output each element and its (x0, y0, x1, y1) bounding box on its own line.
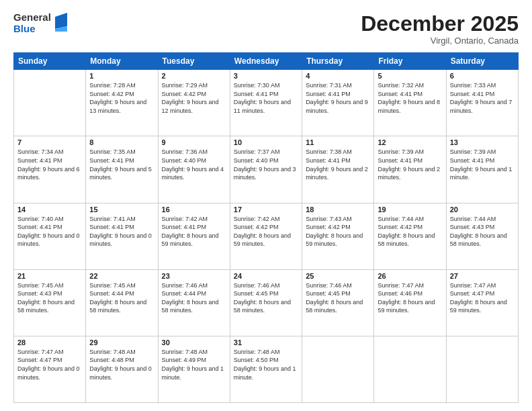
day-number: 6 (450, 72, 515, 80)
day-cell: 19Sunrise: 7:44 AMSunset: 4:42 PMDayligh… (374, 203, 446, 269)
header-row: SundayMondayTuesdayWednesdayThursdayFrid… (14, 53, 519, 70)
day-cell: 25Sunrise: 7:46 AMSunset: 4:45 PMDayligh… (302, 269, 374, 336)
title-block: December 2025 Virgil, Ontario, Canada (361, 12, 519, 46)
day-number: 18 (306, 205, 370, 214)
day-cell: 28Sunrise: 7:47 AMSunset: 4:47 PMDayligh… (14, 336, 86, 402)
logo-general: General (13, 12, 51, 24)
day-cell: 31Sunrise: 7:48 AMSunset: 4:50 PMDayligh… (230, 336, 302, 402)
day-cell: 7Sunrise: 7:34 AMSunset: 4:41 PMDaylight… (14, 136, 86, 203)
day-info: Sunrise: 7:34 AMSunset: 4:41 PMDaylight:… (17, 148, 82, 181)
day-cell: 4Sunrise: 7:31 AMSunset: 4:41 PMDaylight… (302, 70, 374, 136)
day-number: 13 (450, 138, 515, 146)
day-number: 4 (306, 72, 370, 80)
month-title: December 2025 (361, 12, 519, 36)
day-number: 30 (162, 338, 226, 347)
day-info: Sunrise: 7:29 AMSunset: 4:42 PMDaylight:… (162, 81, 226, 115)
day-info: Sunrise: 7:45 AMSunset: 4:44 PMDaylight:… (89, 281, 154, 315)
day-number: 22 (89, 272, 154, 280)
svg-marker-0 (55, 13, 67, 29)
day-info: Sunrise: 7:40 AMSunset: 4:41 PMDaylight:… (17, 215, 82, 248)
day-number: 11 (306, 138, 370, 146)
day-info: Sunrise: 7:28 AMSunset: 4:42 PMDaylight:… (89, 81, 154, 115)
day-number: 20 (450, 205, 515, 214)
day-info: Sunrise: 7:44 AMSunset: 4:43 PMDaylight:… (450, 215, 515, 248)
day-cell: 2Sunrise: 7:29 AMSunset: 4:42 PMDaylight… (158, 70, 230, 136)
day-cell (14, 70, 86, 136)
day-cell: 18Sunrise: 7:43 AMSunset: 4:42 PMDayligh… (302, 203, 374, 269)
day-cell: 10Sunrise: 7:37 AMSunset: 4:40 PMDayligh… (230, 136, 302, 203)
day-cell: 21Sunrise: 7:45 AMSunset: 4:43 PMDayligh… (14, 269, 86, 336)
header: General Blue December 2025 Virgil, Ontar… (13, 12, 519, 46)
day-info: Sunrise: 7:33 AMSunset: 4:41 PMDaylight:… (450, 81, 515, 115)
day-cell: 1Sunrise: 7:28 AMSunset: 4:42 PMDaylight… (86, 70, 158, 136)
day-number: 3 (234, 72, 298, 80)
day-cell: 3Sunrise: 7:30 AMSunset: 4:41 PMDaylight… (230, 70, 302, 136)
column-header-tuesday: Tuesday (158, 53, 230, 70)
day-number: 25 (306, 272, 370, 280)
day-number: 27 (450, 272, 515, 280)
day-number: 23 (162, 272, 226, 280)
day-info: Sunrise: 7:46 AMSunset: 4:45 PMDaylight:… (306, 281, 370, 315)
day-info: Sunrise: 7:41 AMSunset: 4:41 PMDaylight:… (89, 215, 154, 248)
day-cell (302, 336, 374, 402)
day-cell: 12Sunrise: 7:39 AMSunset: 4:41 PMDayligh… (374, 136, 446, 203)
week-row-1: 1Sunrise: 7:28 AMSunset: 4:42 PMDaylight… (14, 70, 519, 136)
day-number: 29 (89, 338, 154, 347)
logo-icon (52, 13, 67, 34)
day-number: 10 (234, 138, 298, 146)
day-cell: 9Sunrise: 7:36 AMSunset: 4:40 PMDaylight… (158, 136, 230, 203)
day-info: Sunrise: 7:44 AMSunset: 4:42 PMDaylight:… (378, 215, 442, 248)
logo: General Blue (13, 12, 67, 34)
day-cell: 6Sunrise: 7:33 AMSunset: 4:41 PMDaylight… (446, 70, 518, 136)
day-cell: 13Sunrise: 7:39 AMSunset: 4:41 PMDayligh… (446, 136, 518, 203)
day-cell: 26Sunrise: 7:47 AMSunset: 4:46 PMDayligh… (374, 269, 446, 336)
logo-blue: Blue (13, 24, 51, 35)
day-number: 19 (378, 205, 442, 214)
day-info: Sunrise: 7:35 AMSunset: 4:41 PMDaylight:… (89, 148, 154, 181)
day-number: 5 (378, 72, 442, 80)
day-info: Sunrise: 7:37 AMSunset: 4:40 PMDaylight:… (234, 148, 298, 181)
day-info: Sunrise: 7:46 AMSunset: 4:44 PMDaylight:… (162, 281, 226, 315)
day-info: Sunrise: 7:39 AMSunset: 4:41 PMDaylight:… (450, 148, 515, 181)
day-info: Sunrise: 7:47 AMSunset: 4:47 PMDaylight:… (450, 281, 515, 315)
day-cell: 5Sunrise: 7:32 AMSunset: 4:41 PMDaylight… (374, 70, 446, 136)
day-number: 15 (89, 205, 154, 214)
day-number: 12 (378, 138, 442, 146)
calendar-table: SundayMondayTuesdayWednesdayThursdayFrid… (13, 52, 519, 403)
column-header-wednesday: Wednesday (230, 53, 302, 70)
day-info: Sunrise: 7:43 AMSunset: 4:42 PMDaylight:… (306, 215, 370, 248)
day-number: 9 (162, 138, 226, 146)
day-cell: 23Sunrise: 7:46 AMSunset: 4:44 PMDayligh… (158, 269, 230, 336)
day-info: Sunrise: 7:30 AMSunset: 4:41 PMDaylight:… (234, 81, 298, 115)
column-header-sunday: Sunday (14, 53, 86, 70)
day-info: Sunrise: 7:39 AMSunset: 4:41 PMDaylight:… (378, 148, 442, 181)
day-info: Sunrise: 7:46 AMSunset: 4:45 PMDaylight:… (234, 281, 298, 315)
day-number: 28 (17, 338, 82, 347)
day-info: Sunrise: 7:48 AMSunset: 4:49 PMDaylight:… (162, 348, 226, 381)
day-number: 7 (17, 138, 82, 146)
day-cell: 24Sunrise: 7:46 AMSunset: 4:45 PMDayligh… (230, 269, 302, 336)
day-cell: 11Sunrise: 7:38 AMSunset: 4:41 PMDayligh… (302, 136, 374, 203)
day-number: 16 (162, 205, 226, 214)
week-row-2: 7Sunrise: 7:34 AMSunset: 4:41 PMDaylight… (14, 136, 519, 203)
day-info: Sunrise: 7:47 AMSunset: 4:46 PMDaylight:… (378, 281, 442, 315)
day-cell: 20Sunrise: 7:44 AMSunset: 4:43 PMDayligh… (446, 203, 518, 269)
day-cell: 22Sunrise: 7:45 AMSunset: 4:44 PMDayligh… (86, 269, 158, 336)
day-info: Sunrise: 7:48 AMSunset: 4:48 PMDaylight:… (89, 348, 154, 381)
day-number: 21 (17, 272, 82, 280)
day-info: Sunrise: 7:45 AMSunset: 4:43 PMDaylight:… (17, 281, 82, 315)
day-cell: 15Sunrise: 7:41 AMSunset: 4:41 PMDayligh… (86, 203, 158, 269)
logo-text: General Blue (13, 12, 51, 34)
week-row-5: 28Sunrise: 7:47 AMSunset: 4:47 PMDayligh… (14, 336, 519, 402)
day-info: Sunrise: 7:42 AMSunset: 4:41 PMDaylight:… (162, 215, 226, 248)
day-number: 26 (378, 272, 442, 280)
day-info: Sunrise: 7:31 AMSunset: 4:41 PMDaylight:… (306, 81, 370, 115)
day-cell: 14Sunrise: 7:40 AMSunset: 4:41 PMDayligh… (14, 203, 86, 269)
day-cell (374, 336, 446, 402)
day-info: Sunrise: 7:32 AMSunset: 4:41 PMDaylight:… (378, 81, 442, 115)
day-number: 17 (234, 205, 298, 214)
column-header-friday: Friday (374, 53, 446, 70)
day-cell: 29Sunrise: 7:48 AMSunset: 4:48 PMDayligh… (86, 336, 158, 402)
day-number: 24 (234, 272, 298, 280)
day-info: Sunrise: 7:47 AMSunset: 4:47 PMDaylight:… (17, 348, 82, 381)
